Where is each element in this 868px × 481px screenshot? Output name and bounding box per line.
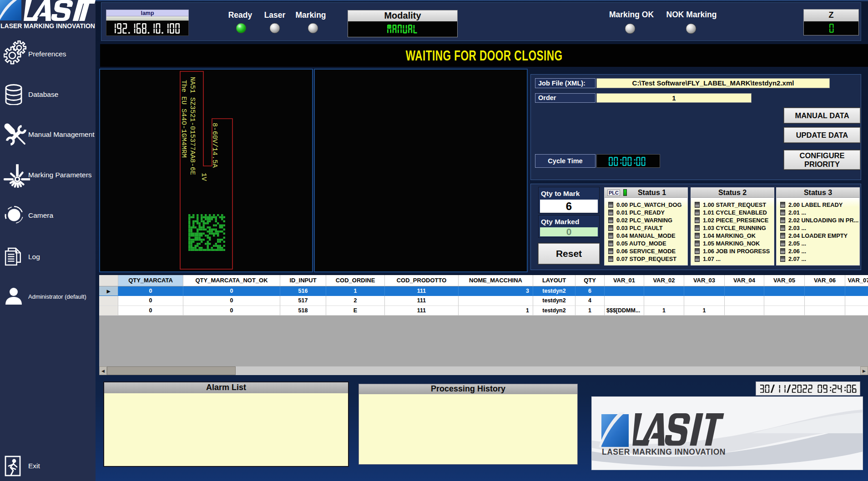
svg-text:The EU S44O-1GM4MRM: The EU S44O-1GM4MRM	[180, 80, 187, 158]
svg-text:8-60V/14.5A: 8-60V/14.5A	[211, 123, 218, 168]
svg-text:NA51 SZ3521-015377AA8-6E: NA51 SZ3521-015377AA8-6E	[188, 77, 196, 175]
svg-text:LASER MARKING INNOVATION: LASER MARKING INNOVATION	[602, 447, 726, 456]
svg-text:1V: 1V	[200, 173, 207, 181]
